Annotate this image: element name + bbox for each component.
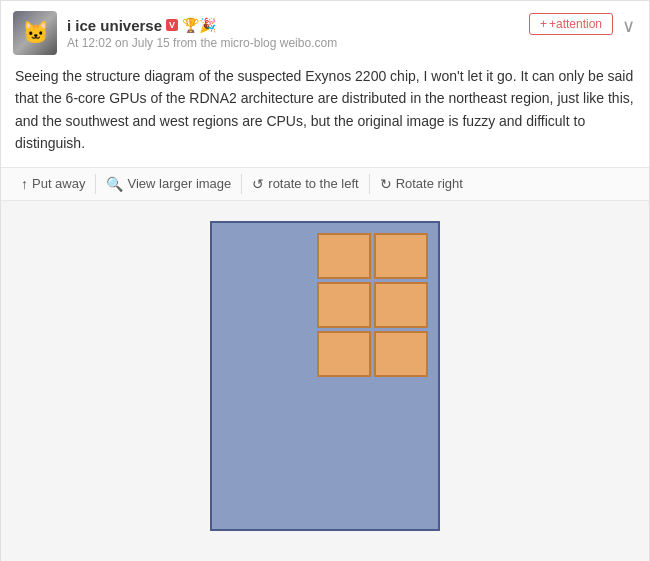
search-icon: 🔍 xyxy=(106,176,123,192)
attention-button[interactable]: + +attention xyxy=(529,13,613,35)
post-card: 🐱 i ice universe V 🏆🎉 At 12:02 on July 1… xyxy=(0,0,650,561)
rotate-right-icon: ↻ xyxy=(380,176,392,192)
rotate-left-button[interactable]: ↺ rotate to the left xyxy=(242,174,369,194)
username: i ice universe xyxy=(67,17,162,34)
put-away-label: Put away xyxy=(32,176,85,191)
rotate-left-icon: ↺ xyxy=(252,176,264,192)
gpu-cell xyxy=(374,282,428,328)
put-away-button[interactable]: ↑ Put away xyxy=(11,174,96,194)
gpu-cell xyxy=(374,233,428,279)
rotate-right-label: Rotate right xyxy=(396,176,463,191)
post-header: 🐱 i ice universe V 🏆🎉 At 12:02 on July 1… xyxy=(1,1,649,61)
rotate-right-button[interactable]: ↻ Rotate right xyxy=(370,174,473,194)
attention-label: +attention xyxy=(549,17,602,31)
gpu-cell xyxy=(317,282,371,328)
avatar-image: 🐱 xyxy=(13,11,57,55)
chip-diagram xyxy=(210,221,440,531)
rotate-left-label: rotate to the left xyxy=(268,176,358,191)
view-larger-label: View larger image xyxy=(127,176,231,191)
user-emojis: 🏆🎉 xyxy=(182,17,216,33)
view-larger-button[interactable]: 🔍 View larger image xyxy=(96,174,242,194)
image-area xyxy=(1,201,649,561)
chevron-down-button[interactable]: ∨ xyxy=(618,13,639,39)
gpu-cell xyxy=(317,331,371,377)
post-toolbar: ↑ Put away 🔍 View larger image ↺ rotate … xyxy=(1,167,649,201)
avatar: 🐱 xyxy=(13,11,57,55)
gpu-cell xyxy=(317,233,371,279)
put-away-icon: ↑ xyxy=(21,176,28,192)
verified-badge: V xyxy=(166,19,178,31)
plus-icon: + xyxy=(540,17,547,31)
post-timestamp: At 12:02 on July 15 from the micro-blog … xyxy=(67,36,637,50)
gpu-grid xyxy=(317,233,428,377)
post-text: Seeing the structure diagram of the susp… xyxy=(1,61,649,167)
gpu-cell xyxy=(374,331,428,377)
